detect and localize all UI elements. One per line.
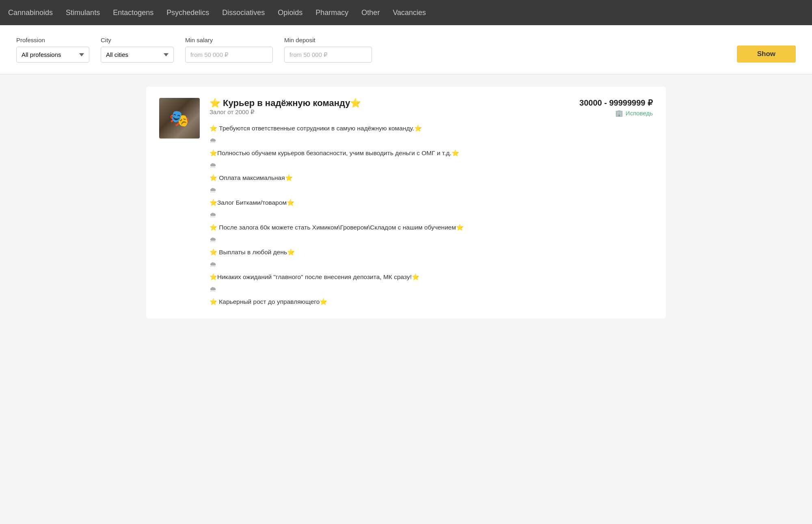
nav-item-opioids[interactable]: Opioids [278, 9, 302, 17]
line-star-right: ⭐ [287, 249, 295, 256]
job-line: ⭐Залог Битками/товаром⭐ [209, 197, 653, 208]
line-star-left: ⭐ [209, 149, 217, 156]
city-label: City [101, 37, 174, 43]
job-title-area: ⭐ Курьер в надёжную команду⭐ Залог от 20… [209, 98, 361, 123]
line-star-right: ⭐ [456, 224, 464, 231]
salary-label: Min salary [185, 37, 273, 43]
job-title-text: Курьер в надёжную команду [220, 98, 350, 108]
job-thumbnail: 🎭 [159, 98, 200, 139]
job-title: ⭐ Курьер в надёжную команду⭐ [209, 98, 361, 108]
line-star-left: ⭐ [209, 273, 217, 280]
salary-input[interactable] [185, 47, 273, 63]
show-button[interactable]: Show [737, 45, 796, 63]
nav-item-other[interactable]: Other [361, 9, 380, 17]
line-star-left: ⭐ [209, 199, 217, 206]
title-star-right: ⭐ [350, 98, 361, 108]
cloud-icon: 🌧 [209, 258, 653, 271]
job-link-icon: 🏢 [615, 109, 623, 117]
job-line: ⭐Никаких ожиданий "главного" после внесе… [209, 272, 653, 282]
job-line: ⭐ Оплата максимальная⭐ [209, 173, 653, 183]
job-line: ⭐Полностью обучаем курьеров безопасности… [209, 148, 653, 158]
line-star-left: ⭐ [209, 298, 217, 305]
nav-item-entactogens[interactable]: Entactogens [113, 9, 153, 17]
line-star-left: ⭐ [209, 224, 217, 231]
line-star-left: ⭐ [209, 174, 217, 181]
salary-filter-group: Min salary [185, 37, 273, 63]
job-link[interactable]: 🏢 Исповедь [615, 109, 653, 117]
job-meta-row: ⭐ Курьер в надёжную команду⭐ Залог от 20… [209, 98, 653, 123]
line-star-left: ⭐ [209, 249, 217, 256]
job-card: 🎭 ⭐ Курьер в надёжную команду⭐ Залог от … [146, 87, 666, 318]
job-salary: 30000 - 99999999 ₽ [579, 98, 653, 108]
cloud-icon: 🌧 [209, 283, 653, 296]
nav-item-stimulants[interactable]: Stimulants [66, 9, 100, 17]
job-body: ⭐ Курьер в надёжную команду⭐ Залог от 20… [209, 98, 653, 307]
line-star-right: ⭐ [320, 298, 327, 305]
nav-item-cannabinoids[interactable]: Cannabinoids [8, 9, 53, 17]
line-star-right: ⭐ [285, 174, 293, 181]
line-star-left: ⭐ [209, 125, 217, 132]
nav-item-psychedelics[interactable]: Psychedelics [166, 9, 209, 17]
deposit-label: Min deposit [284, 37, 372, 43]
profession-label: Profession [16, 37, 89, 43]
job-image: 🎭 [159, 98, 200, 139]
job-line: ⭐ После залога 60к можете стать Химиком\… [209, 222, 653, 233]
deposit-filter-group: Min deposit [284, 37, 372, 63]
line-star-right: ⭐ [412, 273, 419, 280]
cloud-icon: 🌧 [209, 134, 653, 147]
job-meta-right: 30000 - 99999999 ₽ 🏢 Исповедь [563, 98, 653, 117]
line-star-right: ⭐ [287, 199, 294, 206]
profession-select[interactable]: All professions [16, 47, 89, 63]
job-deposit: Залог от 2000 ₽ [209, 108, 361, 116]
city-filter-group: City All cities [101, 37, 174, 63]
cloud-icon: 🌧 [209, 159, 653, 172]
cloud-icon: 🌧 [209, 209, 653, 221]
main-content: 🎭 ⭐ Курьер в надёжную команду⭐ Залог от … [130, 74, 682, 331]
deposit-input[interactable] [284, 47, 372, 63]
title-star-left: ⭐ [209, 98, 220, 108]
filter-bar: Profession All professions City All citi… [0, 25, 812, 74]
job-link-text: Исповедь [626, 110, 653, 117]
line-star-right: ⭐ [451, 149, 459, 156]
nav-item-vacancies[interactable]: Vacancies [393, 9, 426, 17]
nav-item-pharmacy[interactable]: Pharmacy [315, 9, 348, 17]
line-star-right: ⭐ [414, 125, 422, 132]
job-line: ⭐ Выплаты в любой день⭐ [209, 247, 653, 258]
cloud-icon: 🌧 [209, 234, 653, 246]
job-line: ⭐ Требуются ответственные сотрудники в с… [209, 123, 653, 134]
cloud-icon: 🌧 [209, 184, 653, 197]
nav-item-dissociatives[interactable]: Dissociatives [222, 9, 265, 17]
navigation: CannabinoidsStimulantsEntactogensPsyched… [0, 0, 812, 25]
profession-filter-group: Profession All professions [16, 37, 89, 63]
job-line: ⭐ Карьерный рост до управляющего⭐ [209, 297, 653, 307]
city-select[interactable]: All cities [101, 47, 174, 63]
job-description: ⭐ Требуются ответственные сотрудники в с… [209, 123, 653, 307]
